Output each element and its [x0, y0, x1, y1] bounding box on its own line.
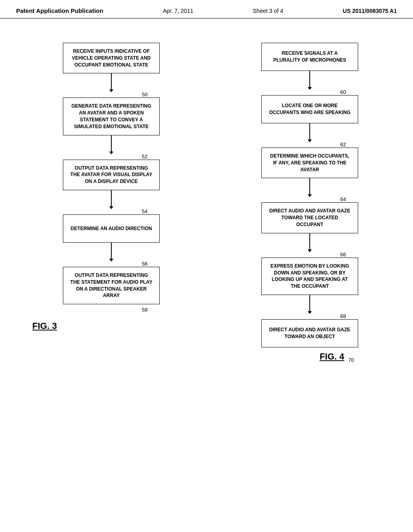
step-50-box: RECEIVE INPUTS INDICATIVE OF VEHICLE OPE… [63, 43, 160, 73]
arrow-62: 62 [261, 123, 358, 148]
arrow-54: 54 [63, 190, 160, 214]
step-64-box: DETERMINE WHICH OCCUPANTS, IF ANY, ARE S… [261, 148, 358, 178]
fig4-footer: FIG. 4 70 [261, 351, 358, 362]
publication-date: Apr. 7, 2011 [163, 8, 194, 14]
step-label-54: 54 [142, 208, 148, 214]
fig4-flowchart: RECEIVE SIGNALS AT A PLURALITY OF MICROP… [223, 43, 397, 362]
step-label-66: 66 [340, 251, 346, 258]
step-62-box: LOCATE ONE OR MORE OCCUPANTS WHO ARE SPE… [261, 95, 358, 123]
arrow-52: 52 [63, 135, 160, 160]
publication-title: Patent Application Publication [16, 7, 103, 14]
sheet-info: Sheet 3 of 4 [253, 8, 284, 14]
step-54-box: OUTPUT DATA REPRESENTING THE AVATAR FOR … [63, 160, 160, 190]
step-68-box: EXPRESS EMOTION BY LOOKING DOWN AND SPEA… [261, 258, 358, 295]
step-label-58: 58 [142, 307, 148, 313]
patent-number: US 2011/0083075 A1 [343, 8, 397, 14]
arrow-56: 56 [63, 243, 160, 267]
main-content: RECEIVE INPUTS INDICATIVE OF VEHICLE OPE… [0, 19, 413, 378]
step-60-box: RECEIVE SIGNALS AT A PLURALITY OF MICROP… [261, 43, 358, 71]
step-label-56: 56 [142, 261, 148, 267]
step-58-box: OUTPUT DATA REPRESENTING THE STATEMENT F… [63, 267, 160, 304]
arrow-64: 64 [261, 178, 358, 202]
arrow-66: 66 [261, 233, 358, 258]
step-label-70: 70 [348, 357, 354, 363]
arrow-60: 60 [261, 71, 358, 95]
step-label-52: 52 [142, 154, 148, 160]
fig4-label: FIG. 4 [319, 351, 344, 362]
step-70-box: DIRECT AUDIO AND AVATAR GAZE TOWARD AN O… [261, 319, 358, 347]
fig3-label: FIG. 3 [32, 321, 57, 331]
step-label-64: 64 [340, 196, 346, 202]
arrow-68: 68 [261, 295, 358, 319]
step-label-68: 68 [340, 313, 346, 319]
step-label-58-container: 58 [63, 307, 160, 313]
page-header: Patent Application Publication Apr. 7, 2… [0, 0, 413, 19]
step-label-62: 62 [340, 141, 346, 148]
step-56-box: DETERMINE AN AUDIO DIRECTION [63, 214, 160, 243]
step-66-box: DIRECT AUDIO AND AVATAR GAZE TOWARD THE … [261, 202, 358, 233]
arrow-50: 50 [63, 73, 160, 98]
step-52-box: GENERATE DATA REPRESENTING AN AVATAR AND… [63, 98, 160, 135]
fig3-flowchart: RECEIVE INPUTS INDICATIVE OF VEHICLE OPE… [24, 43, 198, 362]
step-label-50: 50 [142, 91, 148, 98]
step-label-60: 60 [340, 89, 346, 95]
